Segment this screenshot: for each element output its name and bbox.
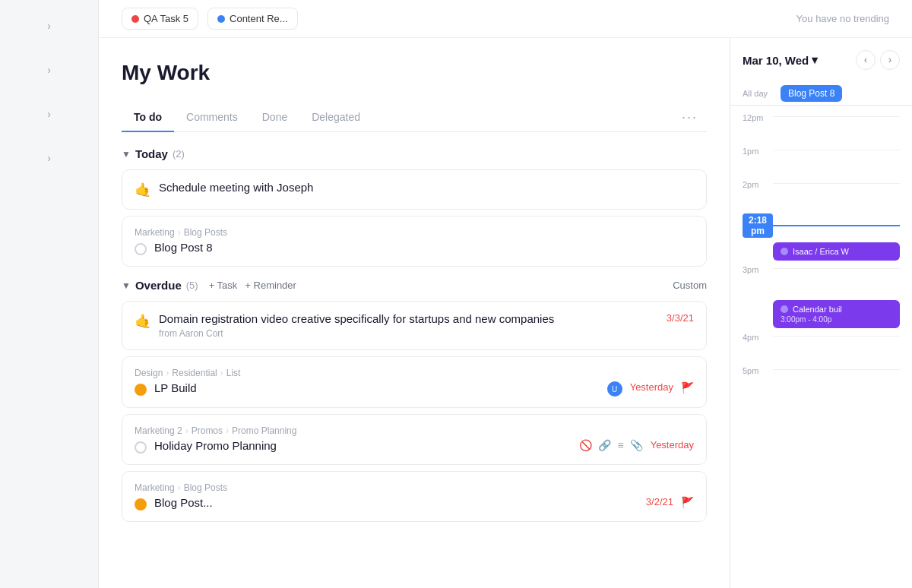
user-avatar-1: U	[607, 381, 622, 397]
stop-icon: 🚫	[579, 439, 592, 451]
flag-icon-2: 🚩	[681, 496, 694, 508]
overdue-task-4-date: 3/2/21	[646, 496, 673, 507]
cal-prev-btn[interactable]: ‹	[856, 50, 876, 70]
cal-event-isaac[interactable]: Isaac / Erica W	[730, 239, 912, 264]
overdue-task-4[interactable]: Marketing › Blog Posts Blog Post... 3/2/…	[122, 471, 707, 522]
breadcrumb-blogposts: Blog Posts	[184, 227, 227, 238]
cal-time-2pm: 2pm	[730, 179, 912, 212]
event-sub-2: 3:00pm - 4:00p	[781, 315, 892, 324]
task-chip-1[interactable]: QA Task 5	[122, 8, 198, 30]
overdue-task-2-title: LP Build	[154, 381, 600, 394]
custom-btn[interactable]: Custom	[673, 280, 707, 291]
cal-timeline: 12pm 1pm 2pm 2:18 pm	[730, 112, 912, 398]
cal-date-label[interactable]: Mar 10, Wed ▾	[743, 53, 818, 67]
cal-time-5pm: 5pm	[730, 365, 912, 398]
cal-event-calendar[interactable]: Calendar buil 3:00pm - 4:00p	[730, 297, 912, 331]
today-task-2-breadcrumb: Marketing › Blog Posts	[135, 227, 694, 238]
add-task-btn[interactable]: + Task	[209, 280, 238, 291]
overdue-task-2-breadcrumb: Design › Residential › List	[135, 368, 694, 378]
top-strip: QA Task 5 Content Re... You have no tren…	[99, 0, 912, 38]
overdue-section-header: ▼ Overdue (5) + Task + Reminder Custom	[122, 279, 707, 292]
overdue-task-3[interactable]: Marketing 2 › Promos › Promo Planning Ho…	[122, 414, 707, 465]
task-tools-1: 🚫 🔗 ≡ 📎	[579, 439, 642, 451]
link-icon: 🔗	[598, 439, 611, 451]
today-section-header: ▼ Today (2)	[122, 147, 707, 160]
list-icon: ≡	[617, 439, 623, 451]
overdue-task-3-breadcrumb: Marketing 2 › Promos › Promo Planning	[135, 425, 694, 436]
cal-next-btn[interactable]: ›	[880, 50, 900, 70]
sidebar-chevron-3[interactable]: ›	[39, 103, 60, 125]
all-day-event[interactable]: Blog Post 8	[781, 85, 842, 102]
main-content: QA Task 5 Content Re... You have no tren…	[99, 0, 912, 588]
task-chip-1-label: QA Task 5	[144, 13, 188, 24]
sidebar: › › › ›	[0, 0, 99, 588]
overdue-task-4-breadcrumb: Marketing › Blog Posts	[135, 482, 694, 493]
cal-nav: ‹ ›	[856, 50, 900, 70]
today-task-2[interactable]: Marketing › Blog Posts Blog Post 8	[122, 216, 707, 267]
dot-pink	[131, 15, 139, 23]
sidebar-chevron-4[interactable]: ›	[39, 147, 60, 169]
cal-time-4pm: 4pm	[730, 331, 912, 365]
task-status-gray-2	[135, 441, 147, 454]
all-day-label: All day	[743, 89, 781, 98]
event-dot-1	[781, 248, 788, 255]
event-label-1: Isaac / Erica W	[793, 247, 849, 256]
overdue-title: Overdue	[135, 279, 182, 292]
overdue-task-3-title: Holiday Promo Planning	[154, 439, 568, 452]
sidebar-chevron-1[interactable]: ›	[39, 15, 60, 36]
today-count: (2)	[173, 148, 185, 160]
cal-all-day: All day Blog Post 8	[730, 82, 912, 106]
cal-now-time: 2:18 pm	[743, 213, 773, 238]
sidebar-chevron-2[interactable]: ›	[39, 59, 60, 81]
cal-now-line	[773, 225, 900, 226]
overdue-task-1[interactable]: 🤙 Domain registration video creative spe…	[122, 301, 707, 350]
trending-text: You have no trending	[796, 13, 889, 24]
today-arrow[interactable]: ▼	[122, 149, 131, 160]
today-title: Today	[135, 147, 168, 160]
event-label-2: Calendar buil	[793, 305, 842, 314]
add-reminder-btn[interactable]: + Reminder	[245, 280, 296, 291]
overdue-icon-1: 🤙	[135, 313, 151, 330]
calendar-header: Mar 10, Wed ▾ ‹ ›	[730, 50, 912, 70]
tabs: To do Comments Done Delegated ···	[122, 103, 707, 132]
overdue-count: (5)	[186, 280, 198, 291]
overdue-task-4-title: Blog Post...	[154, 496, 638, 509]
cal-time-1pm: 1pm	[730, 145, 912, 179]
today-task-1-title: Schedule meeting with Joseph	[159, 181, 694, 194]
event-dot-2	[781, 305, 788, 313]
task-status-yellow-1	[135, 384, 147, 396]
chevron-down-icon: ▾	[812, 53, 818, 67]
overdue-task-3-date: Yesterday	[651, 439, 694, 450]
task-status-yellow-2	[135, 498, 147, 511]
breadcrumb-marketing: Marketing	[135, 227, 175, 238]
task-chip-2-label: Content Re...	[230, 13, 288, 24]
cal-time-12pm: 12pm	[730, 112, 912, 145]
tab-more[interactable]: ···	[673, 103, 707, 131]
overdue-task-2-date: Yesterday	[630, 381, 673, 393]
cal-time-3pm: 3pm	[730, 264, 912, 297]
calendar-panel: Mar 10, Wed ▾ ‹ › All day Blog Post 8 12…	[730, 38, 912, 588]
overdue-task-1-title: Domain registration video creative speci…	[159, 312, 659, 325]
clip-icon: 📎	[630, 439, 643, 451]
work-main: My Work To do Comments Done Delegated ··…	[99, 38, 730, 588]
today-task-2-title: Blog Post 8	[154, 241, 694, 254]
overdue-actions: + Task + Reminder	[209, 280, 296, 291]
overdue-task-1-subtitle: from Aaron Cort	[159, 328, 659, 339]
overdue-task-1-date: 3/3/21	[667, 312, 694, 324]
tab-comments[interactable]: Comments	[174, 103, 250, 132]
task-chip-2[interactable]: Content Re...	[207, 8, 298, 30]
app-layout: › › › › QA Task 5 Content Re... You have…	[0, 0, 912, 588]
overdue-arrow[interactable]: ▼	[122, 280, 131, 291]
flag-icon-1: 🚩	[681, 381, 694, 394]
dot-blue	[217, 15, 225, 23]
overdue-task-2[interactable]: Design › Residential › List LP Build U Y…	[122, 356, 707, 408]
tab-todo[interactable]: To do	[122, 103, 174, 132]
tab-done[interactable]: Done	[250, 103, 299, 132]
today-task-1[interactable]: 🤙 Schedule meeting with Joseph	[122, 169, 707, 210]
page-title: My Work	[122, 61, 707, 85]
work-area: My Work To do Comments Done Delegated ··…	[99, 38, 912, 588]
cal-now-row: 2:18 pm	[730, 213, 912, 238]
tab-delegated[interactable]: Delegated	[299, 103, 372, 132]
task-status-gray-1	[135, 243, 147, 255]
task-icon-1: 🤙	[135, 182, 151, 198]
